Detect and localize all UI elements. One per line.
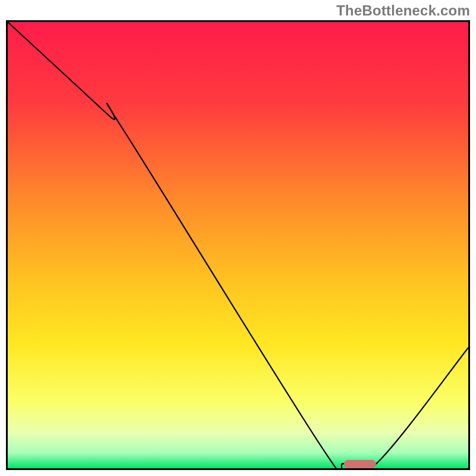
optimal-range-marker [344,460,376,468]
bottleneck-curve [8,22,468,468]
chart-stage: TheBottleneck.com [0,0,476,476]
plot-area [6,20,470,470]
curve-layer [8,22,468,468]
watermark-text: TheBottleneck.com [336,2,470,19]
